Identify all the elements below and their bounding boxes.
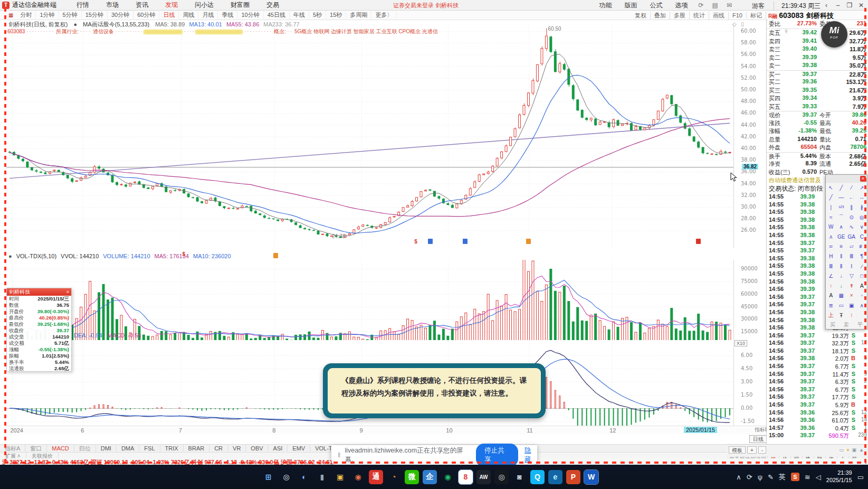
indicator-tab-DMA[interactable]: DMA [117, 445, 139, 452]
mini-tray-icons[interactable]: ▭●▣▲ [840, 447, 864, 453]
draw-tool-icon[interactable]: ↖ [826, 183, 836, 193]
draw-tool-icon[interactable]: ∠ [826, 271, 836, 281]
maximize-icon[interactable]: ❐ [844, 1, 855, 10]
draw-tool-icon[interactable]: ⌒ [836, 212, 847, 222]
draw-tool-icon[interactable]: Ⅲ [846, 251, 857, 261]
arrow-up-icon[interactable]: ▲ [859, 447, 864, 453]
draw-tool-icon[interactable]: ≈ [826, 212, 836, 222]
draw-tool-icon[interactable]: ↑ [826, 281, 836, 291]
indicator-tab-EMV[interactable]: EMV [288, 445, 310, 452]
taskbar-terminal[interactable]: ▮ [315, 470, 329, 484]
menu-item-版面[interactable]: 版面 [618, 1, 644, 10]
draw-tool-icon[interactable]: ▱ [846, 242, 857, 252]
draw-tool-icon[interactable]: ← [846, 193, 857, 203]
action-F10[interactable]: F10 [729, 12, 747, 18]
indicator-tab-OBV[interactable]: OBV [246, 445, 268, 452]
menu-item-交易[interactable]: 交易 [258, 1, 288, 8]
draw-tool-icon[interactable]: ≣ [826, 300, 836, 311]
period-日线[interactable]: 日线 [159, 11, 179, 19]
indicator-tab-FSL[interactable]: FSL [139, 445, 160, 452]
indicator-tab-DMI[interactable]: DMI [96, 445, 117, 452]
period-5秒[interactable]: 5秒 [309, 11, 326, 19]
period-更多〉[interactable]: 更多〉 [371, 11, 397, 19]
period-年线[interactable]: 年线 [290, 11, 309, 19]
tray-chevron-icon[interactable]: ∧ [736, 473, 741, 481]
template-button[interactable]: 模板 [729, 446, 746, 454]
taskbar-clock[interactable]: 21:392025/1/15 [826, 469, 852, 484]
image-icon[interactable]: ▣ [852, 447, 857, 453]
draw-tool-icon[interactable]: ≡ [836, 242, 847, 252]
draw-footer-平[interactable]: 平 [857, 321, 863, 328]
taskbar-powerpoint[interactable]: P [566, 470, 580, 484]
period-季线[interactable]: 季线 [218, 11, 237, 19]
event-marker[interactable] [428, 239, 433, 244]
indicator-tab-MACD[interactable]: MACD [47, 445, 74, 452]
draw-tool-icon[interactable]: W [826, 222, 836, 232]
mail-icon[interactable]: ✉ [722, 2, 736, 9]
indicator-tab-ASI[interactable]: ASI [269, 445, 288, 452]
taskbar-word[interactable]: W [584, 470, 598, 484]
period-分时[interactable]: 分时 [16, 11, 36, 19]
draw-tool-icon[interactable]: ∣ [826, 202, 836, 212]
taskbar-browser-orange[interactable]: ◔ [387, 470, 401, 484]
period-10分钟[interactable]: 10分钟 [237, 11, 263, 19]
draw-footer-买[interactable]: 买 [830, 321, 835, 328]
draw-tool-icon[interactable]: ‖ [836, 251, 847, 261]
action-标记[interactable]: 标记 [747, 12, 766, 20]
event-marker[interactable]: $ [414, 239, 417, 245]
indicator-tab-BRAR[interactable]: BRAR [184, 445, 210, 452]
taskbar-task-view[interactable]: ◐ [297, 470, 311, 484]
draw-tool-icon[interactable]: Ŧ [836, 311, 847, 321]
draw-tool-icon[interactable]: Ⅲ [826, 261, 836, 271]
draw-tool-icon[interactable]: ≂ [826, 242, 836, 252]
taskbar-camera[interactable]: ◙ [512, 470, 527, 484]
action-统计[interactable]: 统计 [690, 12, 709, 20]
taskbar-tdx[interactable]: 通 [369, 470, 383, 484]
draw-tool-icon[interactable]: ⊙ [846, 212, 857, 222]
indicator-tab-归位[interactable]: 归位 [74, 445, 96, 453]
back-icon[interactable]: ‹ [821, 1, 832, 10]
draw-tool-icon[interactable]: ▦ [836, 291, 847, 301]
draw-tool-icon[interactable]: ʌ [826, 232, 836, 242]
taskbar-edge[interactable]: e [548, 470, 562, 484]
taskbar-obs[interactable]: ◎ [494, 470, 509, 484]
draw-tool-icon[interactable]: ⁄ [846, 183, 857, 193]
grid-icon[interactable]: ▦ [8, 12, 13, 18]
taskbar-aw[interactable]: AW [476, 470, 491, 484]
taskbar-search[interactable]: ◎ [279, 470, 293, 484]
indicator-tab-CR[interactable]: CR [209, 445, 228, 452]
taskbar-chrome[interactable]: ◉ [351, 470, 365, 484]
lang-indicator[interactable]: 英 [779, 472, 786, 482]
taskbar-start[interactable]: ⊞ [261, 470, 275, 484]
drawing-toolbar-titlebar[interactable]: × [826, 175, 867, 183]
period-30分钟[interactable]: 30分钟 [108, 11, 133, 19]
user-label[interactable]: 游客 [752, 2, 765, 11]
draw-tool-icon[interactable]: × [846, 291, 857, 301]
menu-item-资讯[interactable]: 资讯 [127, 1, 157, 8]
coin-icon[interactable]: ● [846, 447, 849, 453]
concept-values[interactable]: 5G概念 物联网 边缘计算 智能家居 工业互联 CPO概念 光通信 [294, 29, 438, 34]
draw-tool-icon[interactable]: — [836, 193, 847, 203]
pen-icon[interactable]: ✎ [768, 473, 774, 481]
volume-icon[interactable]: ◁ [816, 473, 821, 481]
draw-tool-icon[interactable]: A [826, 291, 836, 301]
action-画线[interactable]: 画线 [709, 12, 729, 20]
period-多周期[interactable]: 多周期 [346, 11, 371, 19]
period-chip[interactable]: 日线 [749, 435, 767, 443]
draw-tool-icon[interactable]: ¹²³ [836, 202, 847, 212]
close-icon[interactable]: × [66, 289, 69, 295]
indicator-tab-VR[interactable]: VR [228, 445, 246, 452]
draw-tool-icon[interactable]: ∥ [846, 202, 857, 212]
menu-item-市场[interactable]: 市场 [98, 1, 127, 8]
draw-tool-icon[interactable]: ╱ [836, 183, 847, 193]
wifi-icon[interactable]: ≋ [805, 473, 810, 481]
taskbar-wecom[interactable]: 企 [423, 470, 437, 484]
draw-tool-icon[interactable]: ∧ [836, 222, 847, 232]
sync-icon[interactable]: ⟳ [747, 473, 752, 481]
refresh-icon[interactable]: ⟳ [694, 2, 708, 9]
menu-item-财富圈[interactable]: 财富圈 [222, 1, 258, 8]
zoom-out-button[interactable]: - [758, 446, 766, 454]
draw-tool-icon[interactable]: GE [836, 232, 847, 242]
action-多股[interactable]: 多股 [670, 12, 690, 20]
menu-item-发现[interactable]: 发现 [157, 1, 186, 8]
